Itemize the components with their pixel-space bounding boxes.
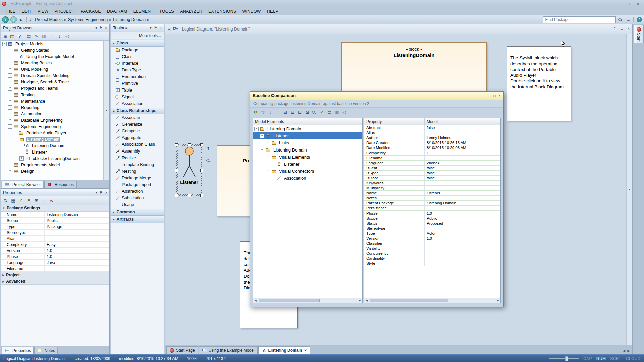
property-row[interactable]: TypePackage [1,224,109,230]
scrollbar-vertical[interactable]: ▲ ▼ [103,41,109,180]
expand-icon[interactable]: + [8,67,12,71]
tree-item[interactable]: −Project Models [1,41,109,47]
tree-item[interactable]: +Requirements Model [1,162,109,168]
properties-grid[interactable]: ▼Package SettingsNameListening DomainSco… [1,205,109,346]
property-table-row[interactable]: Filename [364,156,500,161]
document-tab-using-the-example-model[interactable]: Using the Example Model [199,346,258,354]
more-tools-link[interactable]: More tools... [111,32,164,39]
document-tab-listening-domain[interactable]: Listening Domain× [258,346,310,354]
property-category-advanced[interactable]: ▶Advanced [1,278,109,285]
panel-menu-icon[interactable]: ▾ [95,190,97,195]
toolbox-item-compose[interactable]: Compose [111,128,164,134]
expand-icon[interactable]: + [8,86,12,90]
property-row[interactable]: Phase1.0 [1,254,109,260]
tab-project-browser[interactable]: Project Browser [2,181,44,188]
property-table-row[interactable]: ScopePublic [364,216,500,221]
collapse-icon[interactable]: − [8,48,12,52]
expand-icon[interactable]: + [19,156,24,161]
resize-handle[interactable] [200,194,203,197]
property-table-row[interactable]: Version1.0 [364,236,500,241]
toolbox-item-data-type[interactable]: Data Type [111,67,164,73]
edit-icon[interactable]: ✎ [33,33,40,39]
expand-icon[interactable]: + [8,163,12,167]
actor-element-selected[interactable]: Listener [176,144,202,196]
toolbox-item-signal[interactable]: Signal [111,94,164,100]
tree-item[interactable]: +«block» ListeningDomain [1,155,109,162]
collapse-icon[interactable]: − [14,137,18,141]
find-icon[interactable] [311,109,318,115]
tree-item[interactable]: −Listening Domain [1,136,109,142]
property-table-row[interactable]: NameListener [364,191,500,196]
resize-handle[interactable] [200,143,203,146]
property-row[interactable]: Stereotype [1,230,109,236]
scroll-right-icon[interactable]: ▶ [495,298,500,303]
property-table-row[interactable]: Alias [364,130,500,135]
forward-button[interactable]: › [10,16,17,23]
property-row[interactable]: Version1.0 [1,248,109,254]
toolbox-item-table[interactable]: Table [111,87,164,94]
toolbox-item-enumeration[interactable]: Enumeration [111,73,164,80]
property-table-row[interactable]: Style [364,261,500,266]
pin-icon[interactable]: ⚑ [100,26,103,30]
close-icon[interactable]: × [105,26,107,30]
new-package-icon[interactable] [10,33,16,39]
collapse-icon[interactable]: − [8,124,12,129]
property-table-row[interactable]: StatusProposed [364,221,500,226]
toolbox-item-assembly[interactable]: Assembly [111,148,164,155]
menu-analyzer[interactable]: ANALYZER [177,8,205,15]
zoom-selection-icon[interactable] [206,158,211,164]
property-table-row[interactable]: Cardinality [364,256,500,261]
menu-view[interactable]: VIEW [34,8,51,15]
menu-file[interactable]: FILE [3,8,18,15]
expand-icon[interactable]: + [8,80,12,84]
menu-project[interactable]: PROJECT [51,8,78,15]
check-icon[interactable]: ✓ [319,109,325,115]
nav-up-icon[interactable]: ↑ [275,109,281,115]
column-header[interactable]: Model Elements [253,118,362,125]
toolbox-item-usage[interactable]: Usage [111,201,164,208]
property-table-row[interactable]: Parent PackageListening Domain [364,201,500,206]
tree-item[interactable]: +Testing [1,92,109,98]
document-tab-start-page[interactable]: Start Page [166,346,198,354]
menu-package[interactable]: PACKAGE [78,8,104,15]
tree-item[interactable]: Association [253,175,362,182]
chevron-down-icon[interactable]: ⌄ [620,27,623,31]
tree-item[interactable]: +Reporting [1,104,109,111]
log-icon[interactable]: ▤ [326,109,333,115]
toolbox-section-class-relationships[interactable]: ▴Class Relationships [111,107,164,114]
dialog-title-bar[interactable]: Baseline Comparison □ × [250,92,503,100]
tree-item[interactable]: +UML Modeling [1,66,109,72]
property-row[interactable]: LanguageJava [1,260,109,266]
scroll-left-icon[interactable]: ◀ [364,298,369,303]
column-header-property[interactable]: Property [364,118,425,125]
nav-down-icon[interactable]: ↓ [267,109,274,115]
resize-handle[interactable] [175,143,178,146]
breadcrumb-item[interactable]: Systems Engineering [67,17,109,22]
toolbox-section-common[interactable]: ▸Common [111,208,164,216]
property-table-row[interactable]: Visibility [364,246,500,251]
resize-handle[interactable] [200,169,203,172]
help-icon[interactable]: ? [637,17,642,22]
tab-scroll-left-icon[interactable]: ◀ [623,349,626,353]
expand-icon[interactable]: + [8,169,12,173]
scroll-up-icon[interactable]: ▲ [104,41,109,180]
property-table-row[interactable]: Phase1.0 [364,211,500,216]
property-table-row[interactable]: Date Modified8/10/2015 10:29:03 AM [364,145,500,150]
property-row[interactable]: ScopePublic [1,218,109,224]
menu-list-icon[interactable]: ≡ [626,17,630,22]
menu-element[interactable]: ELEMENT [130,8,156,15]
tree-item[interactable]: +Links [253,139,362,146]
property-table-row[interactable]: Date Created8/10/2015 10:26:13 AM [364,140,500,145]
scroll-left-icon[interactable]: ◀ [253,298,258,303]
tree-item[interactable]: −Listening Domain [253,125,362,132]
panel-menu-icon[interactable]: ▾ [150,26,152,30]
property-table-row[interactable]: Language<none> [364,161,500,166]
note-link-connector[interactable] [486,73,507,73]
property-category-package-settings[interactable]: ▼Package Settings [1,205,109,212]
tree-item[interactable]: Listener [253,161,362,168]
property-table-row[interactable]: Keywords [364,181,500,186]
tree-item[interactable]: Listener [1,149,109,155]
new-diagram-icon[interactable] [18,33,24,39]
expand-icon[interactable]: + [266,141,270,145]
tree-item[interactable]: +Database Engineering [1,117,109,123]
